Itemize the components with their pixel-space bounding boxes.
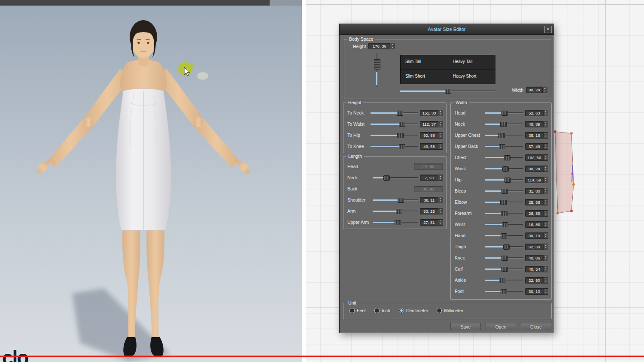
- to-neck-spinner[interactable]: 151, 30▲▼: [420, 110, 443, 116]
- spinner-arrows-icon[interactable]: ▲▼: [543, 266, 548, 272]
- skirt-pattern-piece[interactable]: [550, 127, 580, 219]
- width-elbow-slider[interactable]: [485, 199, 523, 205]
- unit-millimeter-radio[interactable]: Millimeter: [437, 308, 463, 313]
- width-hip-slider[interactable]: [485, 177, 523, 182]
- to-hip-slider[interactable]: [371, 133, 418, 138]
- length-neck-spinner[interactable]: 7, 23▲▼: [420, 175, 443, 181]
- spinner-arrows-icon[interactable]: ▲▼: [543, 121, 548, 127]
- to-knee-slider[interactable]: [371, 144, 418, 149]
- width-knee-slider[interactable]: [485, 255, 523, 260]
- preset-heavy-short[interactable]: Heavy Short: [448, 70, 495, 84]
- to-waist-slider[interactable]: [371, 121, 418, 127]
- dialog-title-bar[interactable]: Avatar Size Editor ×: [340, 24, 554, 35]
- width-wrist-spinner[interactable]: 16, 86▲▼: [525, 221, 548, 228]
- spinner-arrows-icon[interactable]: ▲▼: [438, 144, 443, 149]
- width-upper-back-spinner[interactable]: 37, 49▲▼: [525, 143, 548, 150]
- width-forearm-spinner[interactable]: 26, 86▲▼: [525, 210, 548, 217]
- unit-feet-radio[interactable]: Feet: [349, 308, 366, 313]
- width-elbow-spinner[interactable]: 25, 68▲▼: [525, 199, 548, 205]
- width-upper-back-slider[interactable]: [485, 144, 523, 149]
- spinner-arrows-icon[interactable]: ▲▼: [438, 121, 443, 127]
- spinner-arrows-icon[interactable]: ▲▼: [543, 177, 548, 183]
- to-knee-spinner[interactable]: 49, 58▲▼: [420, 143, 443, 150]
- pane-divider[interactable]: [302, 0, 306, 362]
- width-thigh-slider[interactable]: [485, 244, 523, 249]
- length-upper-arm-slider[interactable]: [373, 220, 418, 225]
- spinner-arrows-icon[interactable]: ▲▼: [438, 175, 443, 181]
- spinner-arrows-icon[interactable]: ▲▼: [390, 43, 395, 49]
- width-wrist-slider[interactable]: [485, 222, 523, 227]
- unit-centimeter-radio[interactable]: Centimeter: [399, 308, 428, 313]
- width-hip-spinner[interactable]: 114, 69▲▼: [525, 177, 548, 183]
- body-width-spinner[interactable]: 90, 24 ▲▼: [526, 87, 547, 93]
- width-hand-slider[interactable]: [485, 233, 523, 238]
- spinner-arrows-icon[interactable]: ▲▼: [543, 244, 548, 250]
- preset-slim-short[interactable]: Slim Short: [401, 70, 448, 84]
- length-upper-arm-spinner[interactable]: 27, 81▲▼: [420, 219, 443, 226]
- width-waist-slider[interactable]: [485, 166, 523, 171]
- width-forearm-slider[interactable]: [485, 211, 523, 216]
- avatar-3d-viewport[interactable]: clo: [0, 0, 302, 362]
- spinner-arrows-icon[interactable]: ▲▼: [438, 220, 443, 225]
- spinner-arrows-icon[interactable]: ▲▼: [438, 208, 443, 214]
- spinner-arrows-icon[interactable]: ▲▼: [438, 197, 443, 203]
- open-button[interactable]: Open: [486, 323, 516, 330]
- close-icon[interactable]: ×: [544, 26, 552, 33]
- width-knee-spinner[interactable]: 40, 06▲▼: [525, 255, 548, 261]
- width-ankle-spinner[interactable]: 22, 90▲▼: [525, 277, 548, 284]
- spinner-arrows-icon[interactable]: ▲▼: [543, 289, 548, 294]
- spinner-arrows-icon[interactable]: ▲▼: [543, 155, 548, 160]
- viewport-top-bar: [0, 0, 270, 6]
- length-arm-slider[interactable]: [373, 208, 418, 214]
- spinner-arrows-icon[interactable]: ▲▼: [543, 278, 548, 283]
- spinner-arrows-icon[interactable]: ▲▼: [543, 233, 548, 238]
- width-ankle-slider[interactable]: [485, 278, 523, 283]
- width-hand-spinner[interactable]: 30, 10▲▼: [525, 232, 548, 239]
- width-chest-spinner[interactable]: 102, 50▲▼: [525, 154, 548, 161]
- to-waist-spinner[interactable]: 112, 37▲▼: [420, 121, 443, 127]
- spinner-arrows-icon[interactable]: ▲▼: [542, 87, 547, 93]
- width-bicep-spinner[interactable]: 31, 80▲▼: [525, 188, 548, 194]
- width-waist-spinner[interactable]: 90, 24▲▼: [525, 166, 548, 172]
- unit-inch-radio[interactable]: Inch: [374, 308, 390, 313]
- width-foot-slider[interactable]: [485, 289, 523, 294]
- spinner-arrows-icon[interactable]: ▲▼: [543, 144, 548, 149]
- length-arm-spinner[interactable]: 53, 25▲▼: [420, 208, 443, 214]
- width-bicep-slider[interactable]: [485, 188, 523, 193]
- width-foot-spinner[interactable]: 30, 10▲▼: [525, 288, 548, 295]
- spinner-arrows-icon[interactable]: ▲▼: [543, 188, 548, 194]
- spinner-arrows-icon[interactable]: ▲▼: [543, 166, 548, 172]
- width-thigh-spinner[interactable]: 62, 68▲▼: [525, 244, 548, 250]
- width-calf-spinner[interactable]: 40, 54▲▼: [525, 266, 548, 272]
- length-back-label: Back: [347, 186, 373, 191]
- width-head-slider[interactable]: [485, 110, 523, 115]
- video-progress-bar[interactable]: [0, 356, 644, 357]
- spinner-arrows-icon[interactable]: ▲▼: [543, 133, 548, 138]
- body-height-slider[interactable]: [374, 53, 380, 87]
- spinner-arrows-icon[interactable]: ▲▼: [438, 110, 443, 116]
- to-hip-spinner[interactable]: 92, 88▲▼: [420, 132, 443, 139]
- body-width-slider[interactable]: [400, 88, 495, 94]
- width-chest-slider[interactable]: [485, 155, 523, 160]
- spinner-arrows-icon[interactable]: ▲▼: [543, 110, 548, 116]
- length-neck-slider[interactable]: [373, 175, 418, 180]
- width-upper-chest-slider[interactable]: [485, 133, 523, 138]
- width-neck-spinner[interactable]: 40, 89▲▼: [525, 121, 548, 127]
- spinner-arrows-icon[interactable]: ▲▼: [438, 133, 443, 138]
- spinner-arrows-icon[interactable]: ▲▼: [543, 255, 548, 261]
- save-button[interactable]: Save: [450, 323, 481, 330]
- length-shoulder-slider[interactable]: [373, 197, 418, 202]
- length-shoulder-spinner[interactable]: 38, 11▲▼: [420, 197, 443, 203]
- spinner-arrows-icon[interactable]: ▲▼: [543, 211, 548, 216]
- width-neck-slider[interactable]: [485, 121, 523, 127]
- width-head-spinner[interactable]: 52, 63▲▼: [525, 110, 548, 116]
- close-button[interactable]: Close: [521, 323, 551, 330]
- to-neck-slider[interactable]: [371, 110, 418, 115]
- preset-slim-tall[interactable]: Slim Tall: [401, 55, 448, 69]
- width-upper-chest-spinner[interactable]: 36, 16▲▼: [525, 132, 548, 139]
- width-calf-slider[interactable]: [485, 266, 523, 272]
- preset-heavy-tall[interactable]: Heavy Tall: [448, 55, 495, 69]
- spinner-arrows-icon[interactable]: ▲▼: [543, 199, 548, 205]
- body-height-spinner[interactable]: 176, 36 ▲▼: [368, 43, 395, 49]
- spinner-arrows-icon[interactable]: ▲▼: [543, 222, 548, 227]
